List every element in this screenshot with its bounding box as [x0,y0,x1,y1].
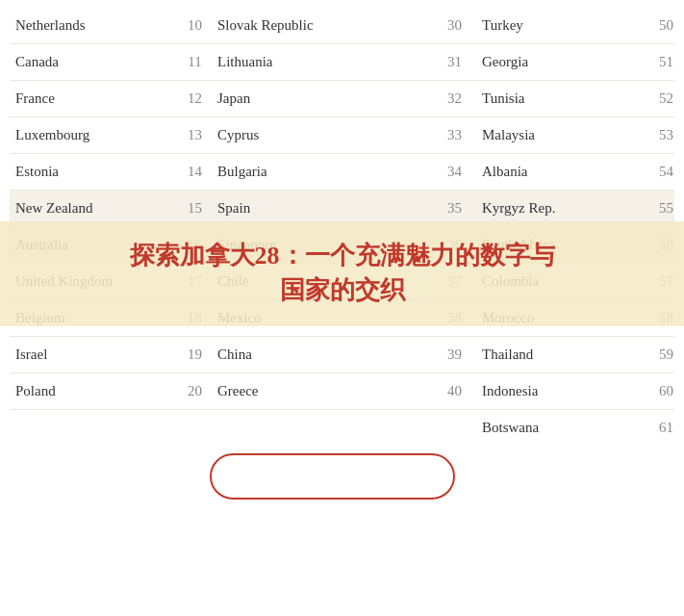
country-col3: Malaysia [476,127,645,143]
num-col3: 52 [645,90,684,107]
table-row: Botswana 61 [10,410,674,446]
country-col2: Spain [212,200,433,217]
num-col1: 20 [178,383,212,399]
banner-text: 探索加拿大28：一个充满魅力的数字与 国家的交织 [19,239,665,309]
table-row: Netherlands 10 Slovak Republic 30 Turkey… [10,8,674,44]
num-col3: 50 [645,17,684,34]
country-col3: Botswana [476,420,645,436]
num-col3: 54 [645,164,684,180]
table-row: Israel 19 China 39 Thailand 59 [10,337,674,373]
country-col2: Slovak Republic [212,17,433,34]
num-col1: 19 [178,346,212,363]
country-col1: Canada [10,54,178,70]
country-col2: China [212,346,433,363]
num-col1: 12 [178,90,212,107]
table-row: Poland 20 Greece 40 Indonesia 60 [10,373,674,410]
num-col3: 55 [645,200,684,217]
china-circle-highlight [210,453,455,500]
country-col3: Kyrgyz Rep. [476,200,645,217]
country-col2: Cyprus [212,127,433,143]
table-row: Luxembourg 13 Cyprus 33 Malaysia 53 [10,117,674,154]
overlay-banner: 探索加拿大28：一个充满魅力的数字与 国家的交织 [0,221,684,326]
country-col3: Thailand [476,346,645,363]
country-col2: Greece [212,383,433,399]
country-col3: Albania [476,164,645,180]
country-col3: Turkey [476,17,645,34]
country-col3: Indonesia [476,383,645,399]
table-row: Canada 11 Lithuania 31 Georgia 51 [10,44,674,81]
country-col1: Israel [10,346,178,363]
country-col2: Lithuania [212,54,433,70]
num-col3: 61 [645,420,684,436]
country-col1: Luxembourg [10,127,178,143]
num-col3: 59 [645,346,684,363]
num-col1: 11 [178,54,212,70]
num-col3: 51 [645,54,684,70]
num-col2: 31 [433,54,476,70]
country-col1: France [10,90,178,107]
country-col3: Tunisia [476,90,645,107]
num-col2: 40 [433,383,476,399]
num-col2: 30 [433,17,476,34]
country-col1: Estonia [10,164,178,180]
table-row: Estonia 14 Bulgaria 34 Albania 54 [10,154,674,191]
num-col2: 32 [433,90,476,107]
num-col1: 13 [178,127,212,143]
num-col1: 10 [178,17,212,34]
country-col1: Poland [10,383,178,399]
num-col1: 14 [178,164,212,180]
country-col2: Japan [212,90,433,107]
num-col1: 15 [178,200,212,217]
country-col2: Bulgaria [212,164,433,180]
num-col2: 35 [433,200,476,217]
num-col2: 33 [433,127,476,143]
table-row: France 12 Japan 32 Tunisia 52 [10,81,674,117]
num-col2: 34 [433,164,476,180]
country-col3: Georgia [476,54,645,70]
country-col1: Netherlands [10,17,178,34]
country-col1: New Zealand [10,200,178,217]
num-col3: 53 [645,127,684,143]
num-col3: 60 [645,383,684,399]
num-col2: 39 [433,346,476,363]
